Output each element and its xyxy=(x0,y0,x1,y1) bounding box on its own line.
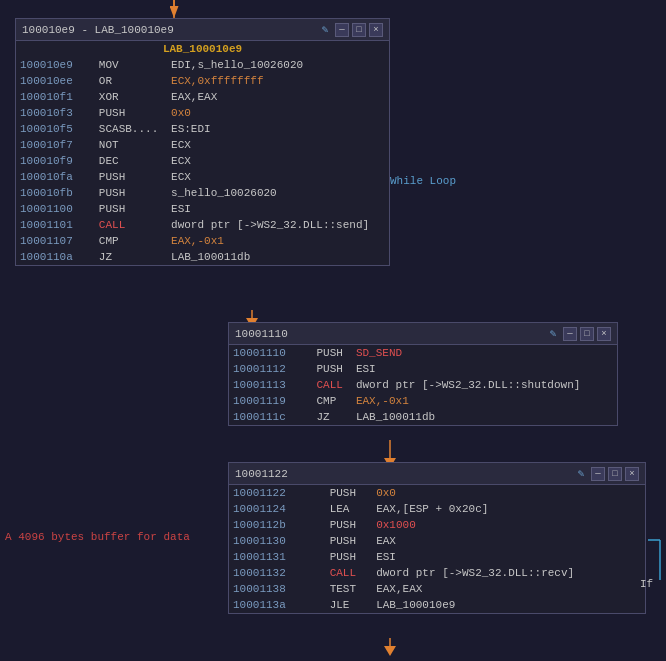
edit-icon-3[interactable]: ✎ xyxy=(577,467,584,480)
addr: 10001107 xyxy=(16,233,93,249)
code-block-1: 100010e9 - LAB_100010e9 ✎ — □ × LAB_1000… xyxy=(15,18,390,266)
block1-label: LAB_100010e9 xyxy=(16,41,389,57)
minimize-btn-1[interactable]: — xyxy=(335,23,349,37)
mnemonic: MOV xyxy=(93,57,169,73)
operand: 0x0 xyxy=(169,105,389,121)
buffer-annotation: A 4096 bytes buffer for data xyxy=(5,530,190,544)
minimize-btn-2[interactable]: — xyxy=(563,327,577,341)
mnemonic: PUSH xyxy=(324,549,374,565)
operand: SD_SEND xyxy=(354,345,617,361)
addr: 1000112b xyxy=(229,517,324,533)
block2-header: 10001110 ✎ — □ × xyxy=(229,323,617,345)
maximize-btn-3[interactable]: □ xyxy=(608,467,622,481)
block3-table: 10001122 PUSH 0x0 10001124 LEA EAX,[ESP … xyxy=(229,485,645,613)
addr: 10001113 xyxy=(229,377,310,393)
addr: 100010f5 xyxy=(16,121,93,137)
mnemonic: JZ xyxy=(93,249,169,265)
table-row: 1000111c JZ LAB_100011db xyxy=(229,409,617,425)
operand: EAX,-0x1 xyxy=(169,233,389,249)
mnemonic: PUSH xyxy=(93,201,169,217)
table-row: 10001124 LEA EAX,[ESP + 0x20c] xyxy=(229,501,645,517)
table-row: 100010f5 SCASB.... ES:EDI xyxy=(16,121,389,137)
operand: LAB_100011db xyxy=(169,249,389,265)
mnemonic: PUSH xyxy=(324,485,374,501)
table-row: 10001107 CMP EAX,-0x1 xyxy=(16,233,389,249)
addr: 10001122 xyxy=(229,485,324,501)
operand: LAB_100010e9 xyxy=(374,597,645,613)
mnemonic: XOR xyxy=(93,89,169,105)
operand: dword ptr [->WS2_32.DLL::shutdown] xyxy=(354,377,617,393)
edit-icon-2[interactable]: ✎ xyxy=(549,327,556,340)
table-row: 100010f9 DEC ECX xyxy=(16,153,389,169)
addr: 1000113a xyxy=(229,597,324,613)
while-loop-annotation: While Loop xyxy=(390,175,456,187)
close-btn-3[interactable]: × xyxy=(625,467,639,481)
close-btn-1[interactable]: × xyxy=(369,23,383,37)
addr: 1000110a xyxy=(16,249,93,265)
addr: 10001132 xyxy=(229,565,324,581)
addr: 100010f3 xyxy=(16,105,93,121)
mnemonic: PUSH xyxy=(93,185,169,201)
operand: ECX,0xffffffff xyxy=(169,73,389,89)
maximize-btn-2[interactable]: □ xyxy=(580,327,594,341)
addr: 10001110 xyxy=(229,345,310,361)
operand: 0x0 xyxy=(374,485,645,501)
addr: 10001112 xyxy=(229,361,310,377)
operand: ECX xyxy=(169,169,389,185)
mnemonic: PUSH xyxy=(310,345,353,361)
addr: 100010f7 xyxy=(16,137,93,153)
mnemonic: TEST xyxy=(324,581,374,597)
buffer-text: A 4096 bytes buffer for data xyxy=(5,531,190,543)
table-row: 10001100 PUSH ESI xyxy=(16,201,389,217)
addr: 10001138 xyxy=(229,581,324,597)
addr: 10001119 xyxy=(229,393,310,409)
mnemonic: PUSH xyxy=(324,533,374,549)
edit-icon-1[interactable]: ✎ xyxy=(321,23,328,36)
table-row: 1000113a JLE LAB_100010e9 xyxy=(229,597,645,613)
addr: 100010fb xyxy=(16,185,93,201)
main-container: 100010e9 - LAB_100010e9 ✎ — □ × LAB_1000… xyxy=(0,0,666,661)
table-row: 10001119 CMP EAX,-0x1 xyxy=(229,393,617,409)
block1-table: LAB_100010e9 100010e9 MOV EDI,s_hello_10… xyxy=(16,41,389,265)
addr: 1000111c xyxy=(229,409,310,425)
addr: 10001100 xyxy=(16,201,93,217)
addr: 100010e9 xyxy=(16,57,93,73)
svg-marker-11 xyxy=(384,646,396,656)
block1-title: 100010e9 - LAB_100010e9 xyxy=(22,24,174,36)
addr: 10001131 xyxy=(229,549,324,565)
operand: ESI xyxy=(169,201,389,217)
table-row: 10001132 CALL dword ptr [->WS2_32.DLL::r… xyxy=(229,565,645,581)
block3-header: 10001122 ✎ — □ × xyxy=(229,463,645,485)
table-row: 10001138 TEST EAX,EAX xyxy=(229,581,645,597)
operand: ES:EDI xyxy=(169,121,389,137)
minimize-btn-3[interactable]: — xyxy=(591,467,605,481)
close-btn-2[interactable]: × xyxy=(597,327,611,341)
table-row: 1000110a JZ LAB_100011db xyxy=(16,249,389,265)
table-row: 100010f3 PUSH 0x0 xyxy=(16,105,389,121)
block1-controls: ✎ — □ × xyxy=(321,23,383,37)
table-row: 100010e9 MOV EDI,s_hello_10026020 xyxy=(16,57,389,73)
block3-controls: ✎ — □ × xyxy=(577,467,639,481)
operand: s_hello_10026020 xyxy=(169,185,389,201)
table-row: 10001101 CALL dword ptr [->WS2_32.DLL::s… xyxy=(16,217,389,233)
code-block-3: 10001122 ✎ — □ × 10001122 PUSH 0x0 10001… xyxy=(228,462,646,614)
operand: dword ptr [->WS2_32.DLL::recv] xyxy=(374,565,645,581)
mnemonic: SCASB.... xyxy=(93,121,169,137)
block2-table: 10001110 PUSH SD_SEND 10001112 PUSH ESI … xyxy=(229,345,617,425)
maximize-btn-1[interactable]: □ xyxy=(352,23,366,37)
addr: 100010f9 xyxy=(16,153,93,169)
addr: 100010fa xyxy=(16,169,93,185)
mnemonic: PUSH xyxy=(93,105,169,121)
table-row: 100010f7 NOT ECX xyxy=(16,137,389,153)
operand: LAB_100011db xyxy=(354,409,617,425)
operand: ECX xyxy=(169,153,389,169)
block2-controls: ✎ — □ × xyxy=(549,327,611,341)
operand: EAX xyxy=(374,533,645,549)
block3-title: 10001122 xyxy=(235,468,288,480)
table-row: 10001131 PUSH ESI xyxy=(229,549,645,565)
operand: ECX xyxy=(169,137,389,153)
if-annotation: If xyxy=(640,578,653,590)
mnemonic: PUSH xyxy=(310,361,353,377)
table-row: 10001112 PUSH ESI xyxy=(229,361,617,377)
mnemonic: JZ xyxy=(310,409,353,425)
